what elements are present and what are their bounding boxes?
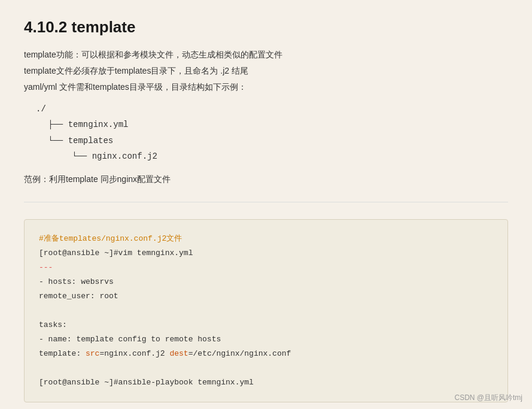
code-tasks-text: tasks: <box>39 320 67 329</box>
desc-line1: template功能：可以根据和参考模块文件，动态生成相类似的配置文件 <box>24 47 508 62</box>
code-line-hosts: - hosts: websrvs <box>39 275 493 289</box>
page-container: 4.10.2 template template功能：可以根据和参考模块文件，动… <box>0 0 532 409</box>
code-line-prompt2: [root@ansible ~]#ansible-playbook temngi… <box>39 375 493 390</box>
code-line-blank2 <box>39 361 493 375</box>
code-prompt2-text: [root@ansible ~]#ansible-playbook temngi… <box>39 378 254 387</box>
example-text: 范例：利用template 同步nginx配置文件 <box>24 174 508 185</box>
branch1-icon: ├── <box>48 120 63 129</box>
branch3-icon: └── <box>72 152 87 161</box>
code-template-src: src <box>86 349 99 358</box>
code-separator-text: --- <box>39 263 53 272</box>
section-title: 4.10.2 template <box>24 18 508 37</box>
code-line-task-name: - name: template config to remote hosts <box>39 332 493 347</box>
watermark: CSDN @且听风吟tmj <box>454 393 522 403</box>
branch2-icon: └── <box>48 136 63 146</box>
desc-line3: yaml/yml 文件需和templates目录平级，目录结构如下示例： <box>24 80 508 95</box>
description-block: template功能：可以根据和参考模块文件，动态生成相类似的配置文件 temp… <box>24 47 508 95</box>
code-template-src-val: =nginx.conf.j2 <box>99 349 169 358</box>
code-line-comment: #准备templates/nginx.conf.j2文件 <box>39 232 493 246</box>
code-block: #准备templates/nginx.conf.j2文件 [root@ansib… <box>24 219 508 403</box>
branch1-label: temnginx.yml <box>68 120 129 129</box>
code-hosts-text: - hosts: websrvs <box>39 277 114 286</box>
code-template-dest: dest <box>169 349 188 358</box>
code-template-prefix: template: <box>39 349 86 358</box>
desc-line2: template文件必须存放于templates目录下，且命名为 .j2 结尾 <box>24 63 508 78</box>
tree-branch2: └── templates <box>48 133 508 149</box>
section-divider <box>24 202 508 202</box>
code-line-tasks: tasks: <box>39 318 493 332</box>
branch2-label: templates <box>68 136 114 146</box>
code-line-separator: --- <box>39 260 493 275</box>
code-prompt1-text: [root@ansible ~]#vim temnginx.yml <box>39 249 193 257</box>
tree-root: ./ <box>36 101 508 117</box>
code-line-prompt1: [root@ansible ~]#vim temnginx.yml <box>39 246 493 260</box>
code-template-dest-val: =/etc/nginx/nginx.conf <box>189 349 291 358</box>
branch3-label: nginx.conf.j2 <box>92 152 157 161</box>
tree-branch1: ├── temnginx.yml <box>48 117 508 133</box>
code-line-blank1 <box>39 304 493 318</box>
tree-branch3: └── nginx.conf.j2 <box>72 149 508 165</box>
code-remote-user-text: remote_user: root <box>39 292 118 301</box>
code-line-remote-user: remote_user: root <box>39 289 493 304</box>
code-line-template: template: src=nginx.conf.j2 dest=/etc/ng… <box>39 347 493 361</box>
code-task-name-text: - name: template config to remote hosts <box>39 335 221 344</box>
code-comment-text: #准备templates/nginx.conf.j2文件 <box>39 234 182 243</box>
directory-tree: ./ ├── temnginx.yml └── templates └── ng… <box>36 101 508 165</box>
